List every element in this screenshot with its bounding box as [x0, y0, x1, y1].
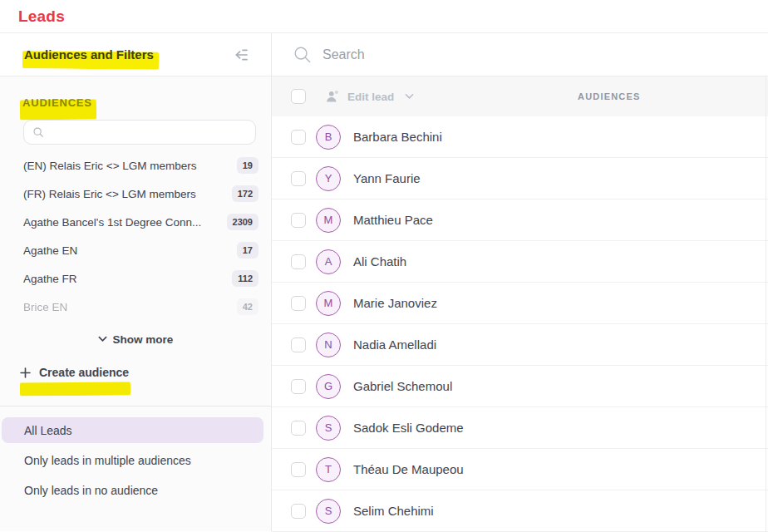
audiences-column-header: AUDIENCES — [578, 91, 641, 101]
lead-filter-label: All Leads — [24, 424, 72, 437]
edit-lead-person-icon — [326, 90, 340, 103]
lead-checkbox[interactable] — [291, 296, 306, 311]
lead-row[interactable]: Y Yann Faurie — [272, 158, 768, 200]
show-more-button[interactable]: Show more — [0, 331, 271, 347]
lead-checkbox[interactable] — [291, 130, 306, 145]
audience-name: Agathe Bancel's 1st Degree Conn... — [23, 216, 201, 229]
leads-search-input[interactable] — [322, 47, 672, 62]
select-all-checkbox[interactable] — [291, 89, 306, 104]
audience-list: (EN) Relais Eric <> LGM members 19 (FR) … — [0, 151, 271, 321]
sidebar-divider — [0, 406, 271, 406]
lead-avatar: M — [316, 208, 341, 233]
search-icon — [293, 45, 312, 64]
edit-lead-label: Edit lead — [347, 91, 394, 103]
lead-name: Barbara Bechini — [353, 130, 442, 144]
lead-row[interactable]: S Selim Chehimi — [272, 490, 768, 532]
lead-name: Selim Chehimi — [353, 504, 434, 518]
chevron-down-icon — [98, 336, 107, 342]
edit-lead-button[interactable]: Edit lead — [326, 90, 414, 103]
sidebar-header-title: Audiences and Filters — [24, 47, 154, 62]
lead-avatar: B — [316, 125, 341, 150]
lead-filter-label: Only leads in no audience — [24, 484, 158, 497]
top-bar: Leads — [0, 0, 768, 33]
lead-filter-label: Only leads in multiple audiences — [24, 454, 191, 467]
lead-checkbox[interactable] — [291, 171, 306, 186]
lead-row[interactable]: G Gabriel Schemoul — [272, 366, 768, 407]
audience-item[interactable]: Brice EN 42 — [0, 293, 271, 321]
audience-count-badge: 2309 — [227, 214, 258, 230]
lead-row[interactable]: N Nadia Amelladi — [272, 324, 768, 366]
leads-table-body: B Barbara Bechini Y Yann Faurie M Matthi… — [272, 116, 768, 532]
audience-item[interactable]: Agathe EN 17 — [0, 236, 271, 264]
lead-row[interactable]: M Marie Janoviez — [272, 283, 768, 324]
page-title: Leads — [18, 7, 65, 26]
leads-panel: Edit lead AUDIENCES B Barbara Bechini — [272, 33, 768, 531]
lead-row[interactable]: A Ali Chatih — [272, 241, 768, 283]
lead-name: Ali Chatih — [353, 254, 406, 268]
lead-checkbox[interactable] — [291, 504, 306, 519]
lead-checkbox[interactable] — [291, 462, 306, 477]
lead-row[interactable]: B Barbara Bechini — [272, 116, 768, 158]
chevron-down-icon — [405, 93, 414, 100]
audiences-heading: AUDIENCES — [22, 96, 271, 109]
audience-search-box[interactable] — [23, 120, 256, 145]
lead-avatar: Y — [316, 166, 341, 191]
audience-count-badge: 19 — [237, 157, 258, 174]
audience-name: (EN) Relais Eric <> LGM members — [23, 160, 197, 172]
lead-avatar: S — [316, 499, 341, 524]
create-audience-button[interactable]: Create audience — [20, 366, 271, 379]
create-audience-label: Create audience — [39, 366, 129, 379]
lead-checkbox[interactable] — [291, 421, 306, 436]
lead-checkbox[interactable] — [291, 337, 306, 352]
audience-count-badge: 112 — [232, 270, 258, 287]
audience-count-badge: 17 — [237, 242, 258, 259]
lead-name: Yann Faurie — [353, 171, 421, 185]
lead-row[interactable]: T Théau De Maupeou — [272, 449, 768, 490]
lead-row[interactable]: M Matthieu Pace — [272, 200, 768, 241]
lead-name: Marie Janoviez — [353, 296, 437, 310]
lead-avatar: M — [316, 291, 341, 316]
lead-row[interactable]: S Sadok Esli Godeme — [272, 407, 768, 449]
search-icon — [32, 126, 44, 138]
sidebar-body: AUDIENCES (EN) Relais Eric <> LGM member… — [0, 76, 271, 531]
lead-avatar: G — [316, 374, 341, 399]
lead-checkbox[interactable] — [291, 379, 306, 394]
lead-name: Gabriel Schemoul — [353, 379, 452, 393]
lead-filter-item[interactable]: Only leads in multiple audiences — [2, 447, 263, 473]
audience-name: Brice EN — [23, 301, 67, 313]
lead-checkbox[interactable] — [291, 213, 306, 228]
audience-count-badge: 42 — [237, 298, 258, 315]
lead-filter-item[interactable]: All Leads — [2, 417, 263, 443]
sidebar: Audiences and Filters AUDIENCES — [0, 33, 272, 531]
lead-filter-list: All Leads Only leads in multiple audienc… — [0, 417, 271, 503]
audience-item[interactable]: (EN) Relais Eric <> LGM members 19 — [0, 151, 271, 180]
sidebar-header: Audiences and Filters — [0, 33, 271, 76]
audience-item[interactable]: (FR) Relais Eric <> LGM members 172 — [0, 180, 271, 208]
lead-name: Nadia Amelladi — [353, 337, 436, 352]
lead-avatar: S — [316, 416, 341, 441]
plus-icon — [20, 367, 31, 378]
audience-search-input[interactable] — [51, 126, 247, 139]
lead-avatar: N — [316, 332, 341, 357]
audience-count-badge: 172 — [232, 185, 258, 202]
column-edge-divider — [766, 76, 766, 531]
lead-name: Matthieu Pace — [353, 213, 433, 227]
lead-name: Sadok Esli Godeme — [353, 421, 464, 435]
audience-name: (FR) Relais Eric <> LGM members — [23, 188, 196, 200]
lead-avatar: T — [316, 457, 341, 482]
lead-checkbox[interactable] — [291, 254, 306, 269]
lead-filter-item[interactable]: Only leads in no audience — [2, 477, 263, 503]
leads-search-bar[interactable] — [272, 33, 768, 76]
lead-avatar: A — [316, 249, 341, 274]
leads-table-header: Edit lead AUDIENCES — [272, 76, 768, 116]
audience-item[interactable]: Agathe Bancel's 1st Degree Conn... 2309 — [0, 208, 271, 236]
show-more-label: Show more — [113, 333, 174, 346]
audience-name: Agathe FR — [23, 273, 77, 285]
audience-name: Agathe EN — [23, 244, 77, 257]
collapse-panel-icon[interactable] — [233, 46, 251, 64]
lead-name: Théau De Maupeou — [353, 462, 464, 476]
audience-item[interactable]: Agathe FR 112 — [0, 264, 271, 293]
